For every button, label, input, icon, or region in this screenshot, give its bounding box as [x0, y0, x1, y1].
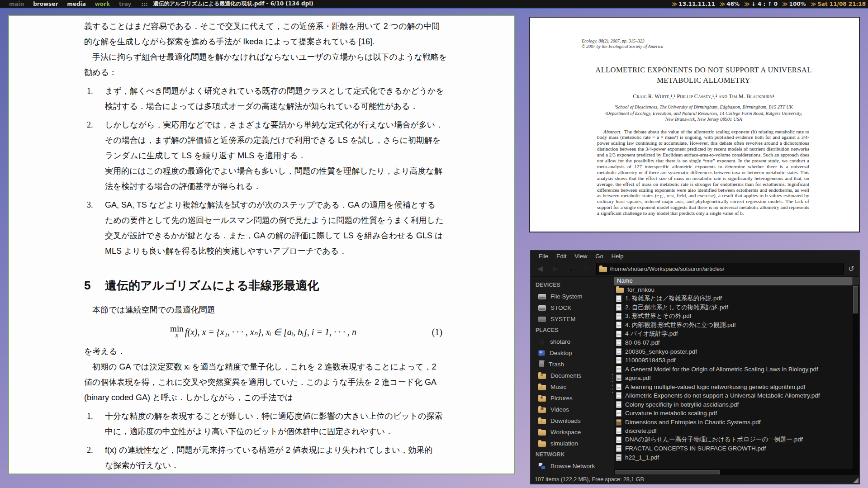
- file-row[interactable]: A learning multiple-valued logic network…: [614, 383, 853, 392]
- doc-list-item: 2.しかしながら，実応用などでは，さまざまな要請から単純な定式化が行えない場合が…: [84, 117, 514, 194]
- network-icon: [538, 463, 546, 469]
- file-row[interactable]: A General Model for the Origin of Allome…: [614, 365, 853, 374]
- file-row[interactable]: 200305_senkyo-poster.pdf: [614, 347, 853, 356]
- back-button[interactable]: ◀: [534, 263, 546, 274]
- file-row[interactable]: 4. 内部観測:形式世界の外に立つ観測.pdf: [614, 321, 853, 330]
- home-button[interactable]: ⌂: [580, 263, 593, 274]
- workspace-media[interactable]: media: [67, 1, 85, 7]
- sidebar-item-file-system[interactable]: File System: [531, 291, 612, 302]
- section-number: 5: [84, 278, 105, 293]
- file-icon: [616, 357, 621, 364]
- sidebar-item-documents[interactable]: Documents: [531, 370, 612, 381]
- pdf-page-content: 義することはまだ容易である．そこで交叉に代えて，この近傍系・距離を用いて 2 つ…: [9, 16, 514, 474]
- horizontal-scrollbar-track[interactable]: [614, 469, 859, 475]
- file-name: 4-バイオ統計学.pdf: [625, 330, 678, 338]
- doc-line: 的な解を生成しながら探索を進める手法が Ikeda によって提案されている [1…: [84, 34, 514, 49]
- up-button[interactable]: ▲: [564, 263, 577, 274]
- menu-item-go[interactable]: Go: [591, 252, 607, 261]
- file-row[interactable]: for_rinkou: [614, 285, 853, 294]
- sidebar-item-desktop[interactable]: Desktop: [531, 347, 612, 359]
- sidebar-item-shotaro[interactable]: shotaro: [531, 336, 612, 347]
- toolbar: ◀ ▶ ▲ ⌂ /home/shotaro/Workspace/sotsuron…: [531, 261, 859, 277]
- doc-line: 勧める：: [84, 65, 514, 80]
- reload-button[interactable]: ↺: [844, 263, 859, 275]
- file-row[interactable]: 110009518453.pdf: [614, 356, 853, 365]
- vertical-scrollbar[interactable]: [853, 285, 859, 469]
- file-manager-window[interactable]: FileEditViewGoHelp ◀ ▶ ▲ ⌂ /home/shotaro…: [530, 250, 860, 484]
- status-bar: 107 items (122,2 MB), Free space: 28,1 G…: [531, 475, 859, 483]
- file-icon: [616, 410, 621, 417]
- menu-item-help[interactable]: Help: [607, 252, 628, 261]
- path-input[interactable]: /home/shotaro/Workspace/sotsuron/article…: [596, 263, 844, 275]
- file-icon: [616, 392, 621, 399]
- paper-pdf-window[interactable]: Ecology, 88(2), 2007, pp. 315–323 © 2007…: [529, 17, 860, 232]
- file-row[interactable]: 2. 自己創出系としての複雑系記述.pdf: [614, 303, 853, 312]
- drive-icon: [538, 305, 546, 311]
- sidebar-section-places: PLACES: [531, 325, 612, 336]
- file-name: Colony specificity in botryllid ascidian…: [625, 401, 739, 408]
- pane-splitter[interactable]: [612, 277, 614, 475]
- file-list: for_rinkou1. 複雑系とは／複雑系私的序説.pdf2. 自己創出系とし…: [614, 285, 853, 469]
- horizontal-scrollbar-thumb[interactable]: [615, 470, 720, 474]
- file-row[interactable]: Allometric Exponents do not support a Un…: [614, 391, 853, 400]
- file-row[interactable]: h22_1_1.pdf: [614, 453, 853, 462]
- file-name: Curvature in metabolic scaling.pdf: [625, 410, 717, 417]
- workspace-tray[interactable]: tray: [119, 1, 131, 7]
- file-name: h22_1_1.pdf: [625, 454, 659, 461]
- resize-grip[interactable]: [853, 478, 859, 483]
- menu-item-view[interactable]: View: [570, 252, 591, 261]
- doc-paragraph: 義することはまだ容易である．そこで交叉に代えて，この近傍系・距離を用いて 2 つ…: [84, 19, 514, 49]
- file-row[interactable]: 4-バイオ統計学.pdf: [614, 330, 853, 339]
- file-row[interactable]: Colony specificity in botryllid ascidian…: [614, 400, 853, 409]
- pdf-viewer-window[interactable]: 義することはまだ容易である．そこで交叉に代えて，この近傍系・距離を用いて 2 つ…: [8, 15, 515, 474]
- file-row[interactable]: DNAの超らせんー高分子物理におけるトポロジーの一例題ー.pdf: [614, 436, 853, 445]
- doc-line: MLS よりも良い解を得る比較的実施しやすいアプローチである．: [105, 243, 514, 259]
- file-name: A learning multiple-valued logic network…: [625, 384, 805, 390]
- file-row[interactable]: discrete.pdf: [614, 426, 853, 436]
- file-name: FRACTAL CONCEPTS IN SURFACE GROWTH.pdf: [625, 445, 766, 452]
- sidebar-item-simulation[interactable]: simulation: [531, 438, 612, 449]
- file-name: discrete.pdf: [625, 427, 657, 434]
- menu-item-file[interactable]: File: [535, 252, 552, 261]
- trash-icon: [539, 361, 544, 367]
- file-row[interactable]: 80-06-07.pdf: [614, 338, 853, 347]
- workspace-work[interactable]: work: [95, 1, 110, 7]
- top-status-bar: mainbrowsermediaworktray ::: 遺伝的アルゴリズムによ…: [0, 0, 868, 9]
- file-icon: [616, 454, 621, 461]
- file-row[interactable]: 1. 複雑系とは／複雑系私的序説.pdf: [614, 294, 853, 303]
- file-name: agora.pdf: [625, 374, 651, 381]
- file-name: DNAの超らせんー高分子物理におけるトポロジーの一例題ー.pdf: [625, 436, 803, 444]
- sidebar-item-downloads[interactable]: Downloads: [531, 415, 612, 426]
- workspace-browser[interactable]: browser: [33, 1, 58, 7]
- equation-body: f(x), x = {x₁, · · · , xₙ}, xᵢ ∈ [aᵢ, bᵢ…: [185, 327, 356, 337]
- paper-authors: Craig R. White,¹,³ Phillip Cassey,¹,² an…: [530, 93, 859, 100]
- file-row[interactable]: Dimensions and Entropies in Chaotic Syst…: [614, 418, 853, 427]
- workspace-main[interactable]: main: [9, 1, 24, 7]
- sidebar-item-browse-network[interactable]: Browse Network: [531, 460, 612, 472]
- sidebar-item-trash[interactable]: Trash: [531, 359, 612, 370]
- desktop-icon: [538, 350, 545, 356]
- equation: minxf(x), x = {x₁, · · · , xₙ}, xᵢ ∈ [aᵢ…: [84, 322, 442, 342]
- file-row[interactable]: FRACTAL CONCEPTS IN SURFACE GROWTH.pdf: [614, 444, 853, 453]
- menu-item-edit[interactable]: Edit: [552, 252, 570, 261]
- sidebar-item-videos[interactable]: Videos: [531, 404, 612, 415]
- sidebar-item-label: File System: [550, 293, 583, 300]
- layout-indicator-icon[interactable]: :::: [141, 1, 147, 7]
- column-header-name[interactable]: Name: [614, 277, 853, 285]
- file-icon: [616, 401, 621, 408]
- vertical-scrollbar-thumb[interactable]: [853, 286, 858, 313]
- journal-citation: Ecology, 88(2), 2007, pp. 315–323 © 2007…: [582, 38, 859, 49]
- sidebar-item-system[interactable]: SYSTEM: [531, 313, 612, 325]
- file-name: 110009518453.pdf: [625, 357, 676, 364]
- file-row[interactable]: agora.pdf: [614, 374, 853, 383]
- file-row[interactable]: 3. 形式世界とその外.pdf: [614, 312, 853, 321]
- sidebar-item-music[interactable]: Music: [531, 381, 612, 393]
- doc-list-item: 3.GA, SA, TS などより複雑な解法を試すのが次のステップである．GA …: [84, 197, 514, 259]
- sidebar-item-stock[interactable]: STOCK: [531, 302, 612, 313]
- doc-line: 手法に拘らず組合せ最適化問題を解かなければならないユーザの立場からは以下のような…: [84, 49, 514, 65]
- forward-button[interactable]: ▶: [549, 263, 562, 274]
- chevron-separator-icon: ≫: [720, 1, 726, 7]
- sidebar-item-pictures[interactable]: Pictures: [531, 393, 612, 404]
- file-row[interactable]: Curvature in metabolic scaling.pdf: [614, 409, 853, 418]
- sidebar-item-workspace[interactable]: Workspace: [531, 426, 612, 438]
